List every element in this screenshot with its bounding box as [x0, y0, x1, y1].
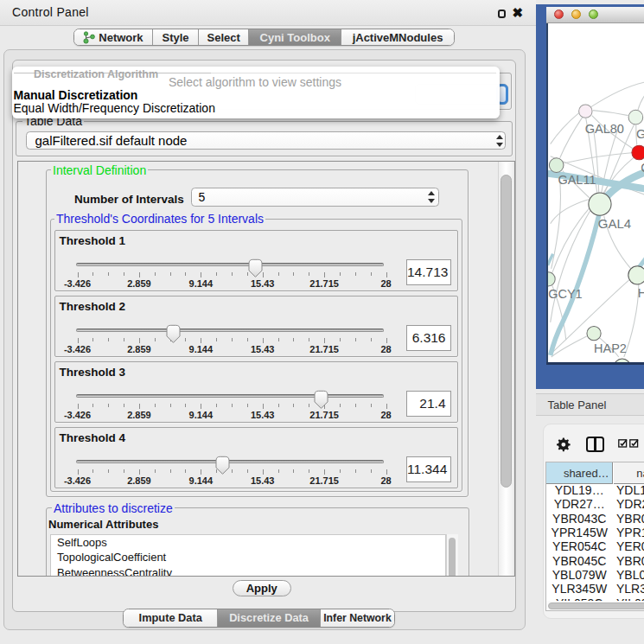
- svg-text:HAP2: HAP2: [594, 341, 627, 354]
- svg-text:H: H: [637, 286, 644, 300]
- svg-text:GCY1: GCY1: [548, 287, 583, 301]
- svg-text:C: C: [641, 160, 644, 174]
- svg-text:GAL11: GAL11: [558, 172, 596, 186]
- svg-text:GA: GA: [636, 127, 644, 141]
- svg-text:GAL80: GAL80: [584, 121, 623, 135]
- svg-text:GAL4: GAL4: [597, 216, 630, 231]
